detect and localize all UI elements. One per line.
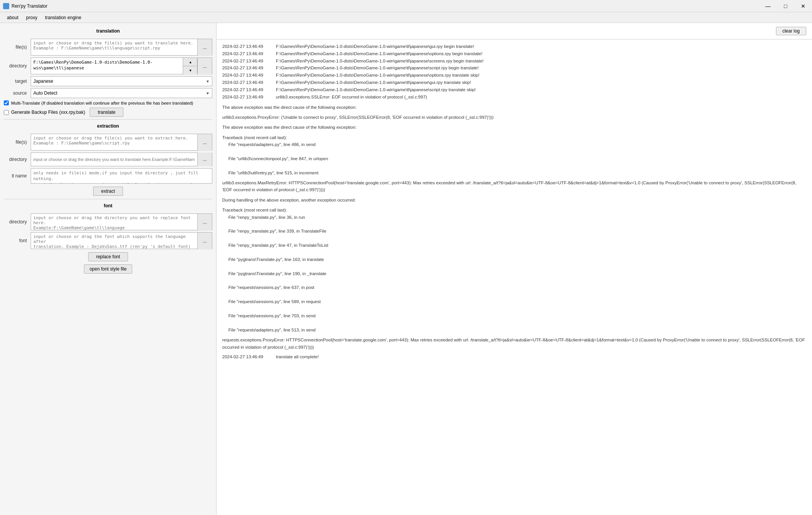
open-font-style-button[interactable]: open font style file xyxy=(84,264,133,274)
generate-backup-group: Generate Backup Files (xxx.rpy.bak) xyxy=(4,110,85,115)
translation-source-label: source xyxy=(4,90,27,96)
traceback-2-line-0: File "renpy_translate.py", line 36, in r… xyxy=(222,214,806,221)
font-file-input[interactable] xyxy=(31,233,197,249)
traceback-1-header: Traceback (most recent call last): xyxy=(222,135,287,140)
proxy-error-text: urllib3.exceptions.ProxyError: ('Unable … xyxy=(222,115,494,120)
log-message-6: F:\Games\RenPy\DemoGame-1.0-dists\DemoGa… xyxy=(276,87,476,93)
translation-dir-input-wrap: F:\Games\RenPy\DemoGame-1.0-dists\DemoGa… xyxy=(31,57,212,74)
requests-error-text: requests.exceptions.ProxyError: HTTPSCon… xyxy=(222,338,805,349)
translation-source-row: source Auto Detect English Japanese Chin… xyxy=(4,88,212,98)
translation-file-browse-button[interactable]: ... xyxy=(197,39,212,56)
minimize-button[interactable]: — xyxy=(759,0,777,12)
right-header: clear log xyxy=(217,23,812,39)
traceback-2-line-1: File "renpy_translate.py", line 339, in … xyxy=(222,228,806,235)
exception-text-3: During handling of the above exception, … xyxy=(222,198,356,202)
translation-target-wrap: Japanese Chinese English Korean French G… xyxy=(31,76,212,86)
translation-target-select[interactable]: Japanese Chinese English Korean French G… xyxy=(31,77,212,86)
extract-button[interactable]: extract xyxy=(93,187,123,196)
log-entry-7: 2024-02-27 13:46:49 urllib3.exceptions.S… xyxy=(222,94,806,101)
translation-file-input-wrap: ... xyxy=(31,39,212,56)
extract-file-browse-button[interactable]: ... xyxy=(197,134,212,151)
translate-button[interactable]: translate xyxy=(90,108,123,117)
extract-file-input[interactable] xyxy=(31,134,197,151)
complete-timestamp: 2024-02-27 13:46:49 xyxy=(222,354,276,361)
log-entry-0: 2024-02-27 13:46:49 F:\Games\RenPy\DemoG… xyxy=(222,43,806,50)
extract-dir-input-wrap: ... xyxy=(31,153,212,166)
proxy-error-block: urllib3.exceptions.ProxyError: ('Unable … xyxy=(222,114,806,121)
font-dir-browse-button[interactable]: ... xyxy=(197,214,212,231)
log-message-7: urllib3.exceptions.SSLError: EOF occurre… xyxy=(276,94,427,101)
open-font-style-btn-row: open font style file xyxy=(4,264,212,274)
font-file-label: font xyxy=(4,238,27,243)
extract-dir-row: directory ... xyxy=(4,153,212,166)
traceback-1-line-2: File "urllib3\util\retry.py", line 515, … xyxy=(222,169,806,176)
log-entry-3: 2024-02-27 13:46:49 F:\Games\RenPy\DemoG… xyxy=(222,65,806,72)
font-dir-input[interactable] xyxy=(31,214,197,231)
log-timestamp-5: 2024-02-27 13:46:49 xyxy=(222,79,276,86)
left-panel: translation file(s) ... directory F:\Gam… xyxy=(0,23,217,515)
log-timestamp-6: 2024-02-27 13:46:49 xyxy=(222,87,276,93)
traceback-2-block: Traceback (most recent call last): File … xyxy=(222,207,806,333)
exception-block-2: The above exception was the direct cause… xyxy=(222,124,806,131)
extract-file-label: file(s) xyxy=(4,139,27,145)
font-file-browse-button[interactable]: ... xyxy=(197,233,212,249)
exception-text-1: The above exception was the direct cause… xyxy=(222,105,356,110)
traceback-2-line-6: File "requests\sessions.py", line 589, i… xyxy=(222,298,806,305)
generate-backup-checkbox[interactable] xyxy=(4,110,9,115)
main-content: translation file(s) ... directory F:\Gam… xyxy=(0,23,812,515)
tl-name-input-wrap xyxy=(31,168,212,184)
log-entry-2: 2024-02-27 13:46:49 F:\Games\RenPy\DemoG… xyxy=(222,58,806,65)
log-message-1: F:\Games\RenPy\DemoGame-1.0-dists\DemoGa… xyxy=(276,51,482,57)
translation-dir-browse-button[interactable]: ... xyxy=(197,58,212,75)
translation-source-wrap: Auto Detect English Japanese Chinese Kor… xyxy=(31,88,212,98)
traceback-2-line-7: File "requests\sessions.py", line 703, i… xyxy=(222,312,806,319)
menu-translation-engine[interactable]: translation engine xyxy=(41,13,85,22)
exception-text-2: The above exception was the direct cause… xyxy=(222,125,356,130)
translation-dir-row: directory F:\Games\RenPy\DemoGame-1.0-di… xyxy=(4,57,212,74)
tl-name-input[interactable] xyxy=(31,169,212,184)
maximize-button[interactable]: □ xyxy=(777,0,794,12)
menu-proxy[interactable]: proxy xyxy=(22,13,41,22)
tl-name-label: tl name xyxy=(4,173,27,179)
log-entry-4: 2024-02-27 13:46:49 F:\Games\RenPy\DemoG… xyxy=(222,72,806,79)
translation-file-row: file(s) ... xyxy=(4,39,212,56)
log-timestamp-3: 2024-02-27 13:46:49 xyxy=(222,65,276,72)
app-icon xyxy=(3,3,9,9)
tl-name-row: tl name xyxy=(4,168,212,184)
multi-translate-label: Multi-Translate (If disabled translation… xyxy=(11,101,193,105)
translation-dir-input[interactable]: F:\Games\RenPy\DemoGame-1.0-dists\DemoGa… xyxy=(31,58,183,75)
replace-font-button[interactable]: replace font xyxy=(88,252,128,261)
requests-error-block: requests.exceptions.ProxyError: HTTPSCon… xyxy=(222,336,806,351)
app-title: Ren'py Translator xyxy=(11,3,48,9)
traceback-1-line-0: File "requests\adapters.py", line 486, i… xyxy=(222,141,806,148)
translation-file-label: file(s) xyxy=(4,44,27,50)
translation-source-select[interactable]: Auto Detect English Japanese Chinese Kor… xyxy=(31,89,212,98)
window-controls: — □ ✕ xyxy=(759,0,812,12)
close-button[interactable]: ✕ xyxy=(794,0,812,12)
exception-block-1: The above exception was the direct cause… xyxy=(222,104,806,111)
traceback-2-line-2: File "renpy_translate.py", line 47, in T… xyxy=(222,242,806,249)
log-entry-1: 2024-02-27 13:46:49 F:\Games\RenPy\DemoG… xyxy=(222,51,806,57)
translation-dir-scroll-up[interactable]: ▲ xyxy=(183,58,198,66)
log-timestamp-1: 2024-02-27 13:46:49 xyxy=(222,51,276,57)
traceback-2-line-8: File "requests\adapters.py", line 513, i… xyxy=(222,326,806,333)
clear-log-button[interactable]: clear log xyxy=(776,27,806,35)
translation-dir-scroll-down[interactable]: ▼ xyxy=(183,66,198,75)
menubar: about proxy translation engine xyxy=(0,12,812,23)
extract-dir-browse-button[interactable]: ... xyxy=(197,153,212,166)
extract-dir-input[interactable] xyxy=(31,153,197,166)
multi-translate-checkbox[interactable] xyxy=(4,100,9,105)
log-area: 2024-02-27 13:46:49 F:\Games\RenPy\DemoG… xyxy=(217,39,812,515)
traceback-2-line-4: File "pygtrans\Translate.py", line 190, … xyxy=(222,270,806,277)
traceback-2-line-5: File "requests\sessions.py", line 637, i… xyxy=(222,284,806,291)
traceback-1-block: Traceback (most recent call last): File … xyxy=(222,134,806,176)
font-dir-label: directory xyxy=(4,219,27,225)
translation-dir-label: directory xyxy=(4,63,27,69)
traceback-1-line-1: File "urllib3\connectionpool.py", line 8… xyxy=(222,155,806,162)
log-message-5: F:\Games\RenPy\DemoGame-1.0-dists\DemoGa… xyxy=(276,79,471,86)
translation-file-input[interactable] xyxy=(31,39,197,56)
font-dir-row: directory ... xyxy=(4,213,212,230)
complete-message: translate all complete! xyxy=(276,354,319,361)
menu-about[interactable]: about xyxy=(3,13,22,22)
traceback-2-line-3: File "pygtrans\Translate.py", line 163, … xyxy=(222,256,806,263)
